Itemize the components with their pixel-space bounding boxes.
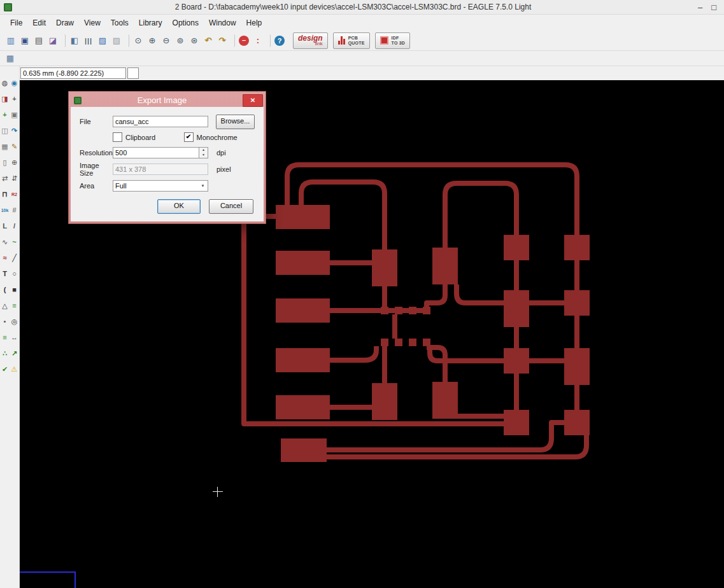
text-icon[interactable]: T — [0, 266, 10, 282]
pcb-quote-button[interactable]: PCB QUOTE — [333, 32, 370, 49]
route-icon[interactable]: ~ — [10, 234, 19, 250]
spinner-up-icon[interactable]: ▲ — [199, 148, 208, 153]
smash-icon[interactable]: # — [10, 202, 19, 218]
menu-item[interactable]: Edit — [27, 17, 51, 29]
menu-item[interactable]: Tools — [106, 17, 134, 29]
signal-icon[interactable]: • — [0, 314, 10, 330]
zoom-redraw-icon[interactable]: ⊛ — [187, 34, 201, 48]
image-size-label: Image Size — [80, 162, 113, 177]
dialog-title: Export Image — [82, 95, 243, 105]
browse-button[interactable]: Browse... — [216, 115, 255, 129]
help-icon[interactable]: ? — [274, 36, 285, 46]
zoom-in-icon[interactable]: ⊕ — [145, 34, 159, 48]
hole-icon[interactable]: ◎ — [10, 314, 19, 330]
pcb-quote-icon — [338, 36, 345, 45]
errors-icon[interactable]: ⚠ — [10, 361, 19, 377]
via-icon[interactable]: ≡ — [10, 298, 19, 314]
minimize-button[interactable]: – — [698, 3, 702, 12]
show-icon[interactable]: ◉ — [10, 75, 19, 91]
ripup-icon[interactable]: ≈ — [0, 250, 10, 266]
menu-item[interactable]: File — [5, 17, 27, 29]
pad-icon[interactable]: ≡ — [0, 330, 10, 346]
coordinate-display: 0.635 mm (-8.890 22.225) — [20, 67, 126, 79]
eagle-window: 2 Board - D:\fabacademy\week10 input dev… — [0, 0, 724, 588]
spinner-down-icon[interactable]: ▼ — [199, 153, 208, 158]
pixel-label: pixel — [216, 165, 231, 173]
lock-icon[interactable]: ⊓ — [0, 186, 10, 202]
polygon-icon[interactable]: △ — [0, 298, 10, 314]
info-icon[interactable]: ◍ — [0, 75, 10, 91]
dimension-icon[interactable]: ↔ — [10, 330, 19, 346]
ratsnest-icon[interactable]: ∴ — [0, 346, 10, 361]
monochrome-label: Monochrome — [197, 134, 238, 141]
replace-icon[interactable]: ⇵ — [10, 171, 19, 186]
idf-to-3d-button[interactable]: IDF TO 3D — [375, 32, 411, 49]
move-icon[interactable]: + — [0, 107, 10, 123]
board-frame-outline — [20, 571, 76, 588]
menu-item[interactable]: View — [79, 17, 106, 29]
menu-item[interactable]: Library — [134, 17, 167, 29]
display-icon[interactable]: ◨ — [0, 91, 10, 107]
resolution-input[interactable] — [113, 147, 199, 158]
delete-icon[interactable]: ▯ — [0, 155, 10, 171]
area-label: Area — [80, 182, 113, 190]
sheet-preview-icon[interactable]: ▨ — [110, 34, 124, 48]
area-dropdown[interactable]: Full ▼ — [113, 180, 208, 192]
cancel-button[interactable]: Cancel — [209, 199, 253, 214]
name-icon[interactable]: R2 — [10, 186, 19, 202]
clipboard-checkbox[interactable] — [113, 132, 122, 142]
pinswap-icon[interactable]: ⇄ — [0, 171, 10, 186]
value-icon[interactable]: 10k — [0, 202, 10, 218]
zoom-select-icon[interactable]: ⊚ — [173, 34, 187, 48]
maximize-button[interactable]: □ — [711, 3, 716, 12]
redo-icon[interactable]: ↷ — [215, 34, 229, 48]
menu-item[interactable]: Window — [204, 17, 241, 29]
dpi-label: dpi — [216, 149, 226, 157]
display-layers-icon[interactable]: ▨ — [96, 34, 110, 48]
stop-icon[interactable]: – — [239, 36, 249, 46]
zoom-out-icon[interactable]: ⊖ — [159, 34, 173, 48]
undo-icon[interactable]: ↶ — [201, 34, 215, 48]
resolution-stepper[interactable]: ▲ ▼ — [199, 147, 208, 158]
cursor-crosshair — [213, 487, 223, 497]
file-input[interactable] — [113, 116, 208, 127]
export-dialog-icon — [74, 97, 82, 104]
load-layers-icon[interactable]: ◧ — [67, 34, 82, 48]
command-box[interactable] — [127, 67, 139, 79]
monochrome-checkbox[interactable]: ✔ — [184, 132, 194, 142]
image-size-field — [113, 164, 208, 175]
mark-icon[interactable]: + — [10, 91, 19, 107]
print-icon[interactable]: ▤ — [32, 34, 46, 48]
auto-route-icon[interactable]: ↗ — [10, 346, 19, 361]
circle-icon[interactable]: ○ — [10, 266, 19, 282]
rect-icon[interactable]: ■ — [10, 282, 19, 298]
copy-icon[interactable]: ▣ — [10, 107, 19, 123]
menu-item[interactable]: Help — [241, 17, 267, 29]
design-link-button[interactable]: design link — [293, 32, 328, 49]
optimize-icon[interactable]: ∿ — [0, 234, 10, 250]
save-icon[interactable]: ▣ — [18, 34, 32, 48]
drc-icon[interactable]: ✔ — [0, 361, 10, 377]
close-icon[interactable]: ✕ — [243, 94, 263, 107]
add-icon[interactable]: ⊕ — [10, 155, 19, 171]
open-icon[interactable]: ▥ — [4, 34, 18, 48]
menu-item[interactable]: Options — [167, 17, 204, 29]
change-icon[interactable]: ✎ — [10, 139, 19, 155]
separator — [231, 34, 235, 47]
export-image-icon[interactable]: ◪ — [46, 34, 60, 48]
grid-icon[interactable]: ▦ — [4, 53, 17, 64]
mirror-icon[interactable]: ◫ — [0, 123, 10, 139]
layer-bars-icon[interactable]: ||| — [82, 34, 96, 48]
coordinate-bar: 0.635 mm (-8.890 22.225) — [20, 66, 724, 80]
miter-icon[interactable]: L — [0, 218, 10, 234]
dialog-title-bar[interactable]: Export Image ✕ — [71, 94, 264, 107]
split-icon[interactable]: / — [10, 218, 19, 234]
menu-item[interactable]: Draw — [51, 17, 79, 29]
traffic-light-icon[interactable]: : — [251, 34, 265, 48]
arc-icon[interactable]: ( — [0, 282, 10, 298]
ok-button[interactable]: OK — [157, 199, 201, 214]
group-icon[interactable]: ▦ — [0, 139, 10, 155]
wire-icon[interactable]: ╱ — [10, 250, 19, 266]
rotate-icon[interactable]: ↷ — [10, 123, 19, 139]
zoom-fit-icon[interactable]: ⊙ — [131, 34, 145, 48]
